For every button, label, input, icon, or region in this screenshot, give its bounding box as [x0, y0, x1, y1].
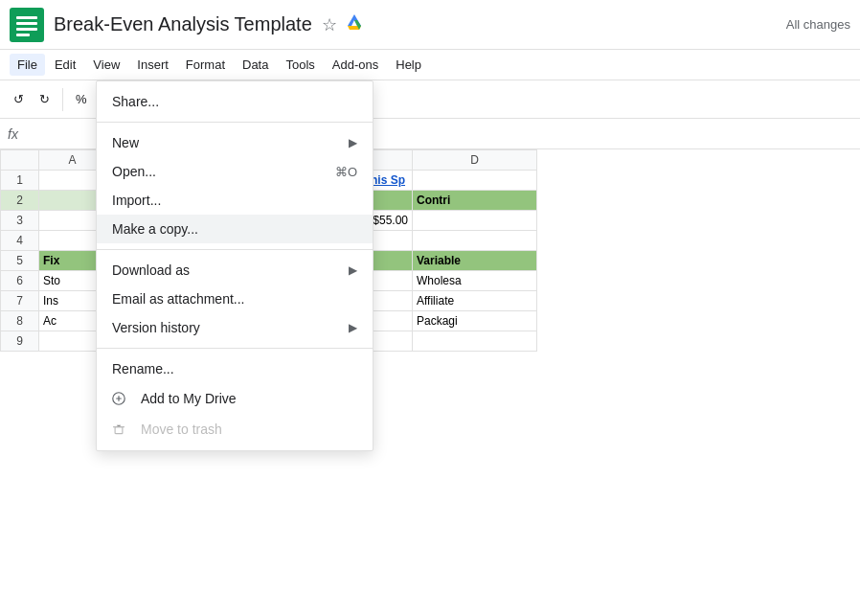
menu-item-make-copy[interactable]: Make a copy...: [97, 215, 373, 243]
row-num-5: 5: [1, 251, 39, 271]
email-label: Email as attachment...: [112, 291, 245, 307]
menu-item-new[interactable]: New ▶: [97, 128, 373, 157]
cell-d2[interactable]: Contri: [413, 191, 537, 211]
menu-item-open[interactable]: Open... ⌘O: [97, 157, 373, 186]
cell-d5[interactable]: Variable: [413, 251, 537, 271]
svg-rect-1: [16, 16, 37, 19]
open-label: Open...: [112, 164, 156, 179]
col-header-d[interactable]: D: [413, 150, 537, 171]
cell-d3[interactable]: [413, 211, 537, 231]
menu-addons[interactable]: Add-ons: [325, 54, 386, 76]
version-label: Version history: [112, 320, 200, 335]
row-num-7: 7: [1, 291, 39, 311]
dropdown-sep-3: [97, 348, 373, 349]
menu-data[interactable]: Data: [235, 54, 276, 76]
new-label: New: [112, 135, 139, 150]
svg-rect-2: [16, 22, 37, 25]
menu-item-share[interactable]: Share...: [97, 87, 373, 116]
svg-rect-3: [16, 28, 37, 31]
row-num-6: 6: [1, 271, 39, 291]
cell-d7[interactable]: Affiliate: [413, 291, 537, 311]
menu-bar: File Edit View Insert Format Data Tools …: [0, 50, 860, 80]
menu-format[interactable]: Format: [178, 54, 233, 76]
row-num-9: 9: [1, 331, 39, 352]
menu-view[interactable]: View: [85, 54, 127, 76]
row-num-4: 4: [1, 231, 39, 251]
redo-button[interactable]: ↻: [34, 88, 56, 110]
row-num-8: 8: [1, 311, 39, 331]
add-drive-label: Add to My Drive: [141, 391, 237, 406]
menu-item-rename[interactable]: Rename...: [97, 354, 373, 383]
cell-d9[interactable]: [413, 331, 537, 352]
make-copy-label: Make a copy...: [112, 221, 198, 237]
star-icon[interactable]: ☆: [322, 14, 337, 35]
toolbar-sep-1: [62, 88, 63, 111]
cell-d1[interactable]: [413, 171, 537, 191]
corner-header: [1, 150, 39, 171]
percent-button[interactable]: %: [70, 88, 93, 110]
menu-item-import[interactable]: Import...: [97, 186, 373, 215]
svg-rect-6: [115, 427, 123, 434]
row-num-1: 1: [1, 171, 39, 191]
move-trash-label: Move to trash: [141, 422, 222, 437]
version-arrow-icon: ▶: [349, 321, 357, 334]
menu-tools[interactable]: Tools: [278, 54, 322, 76]
fx-label: fx: [8, 126, 18, 142]
share-label: Share...: [112, 94, 159, 109]
dropdown-sep-2: [97, 249, 373, 250]
title-icons: ☆: [322, 12, 364, 36]
cell-d6[interactable]: Wholesa: [413, 271, 537, 291]
new-arrow-icon: ▶: [349, 136, 357, 149]
import-label: Import...: [112, 193, 161, 208]
dropdown-sep-1: [97, 122, 373, 123]
trash-icon: [112, 421, 131, 438]
top-bar: Break-Even Analysis Template ☆ All chang…: [0, 0, 860, 50]
row-num-3: 3: [1, 211, 39, 231]
menu-item-add-drive[interactable]: Add to My Drive: [97, 383, 373, 414]
menu-edit[interactable]: Edit: [47, 54, 83, 76]
svg-rect-4: [16, 34, 30, 36]
open-shortcut: ⌘O: [335, 165, 357, 179]
menu-file[interactable]: File: [10, 54, 45, 76]
undo-button[interactable]: ↺: [8, 88, 30, 110]
menu-item-version[interactable]: Version history ▶: [97, 313, 373, 342]
cell-d8[interactable]: Packagi: [413, 311, 537, 331]
rename-label: Rename...: [112, 361, 174, 376]
download-arrow-icon: ▶: [349, 263, 357, 277]
menu-item-move-trash: Move to trash: [97, 414, 373, 445]
menu-insert[interactable]: Insert: [129, 54, 176, 76]
app-icon: [10, 8, 44, 42]
download-label: Download as: [112, 262, 190, 278]
drive-icon[interactable]: [345, 12, 364, 36]
menu-help[interactable]: Help: [388, 54, 429, 76]
file-dropdown-menu: Share... New ▶ Open... ⌘O Import... Make…: [96, 80, 373, 451]
cell-d4[interactable]: [413, 231, 537, 251]
all-changes-label: All changes: [786, 17, 850, 32]
doc-title: Break-Even Analysis Template: [54, 13, 312, 35]
add-drive-icon: [112, 390, 131, 407]
menu-item-download[interactable]: Download as ▶: [97, 256, 373, 285]
row-num-2: 2: [1, 191, 39, 211]
menu-item-email[interactable]: Email as attachment...: [97, 285, 373, 313]
